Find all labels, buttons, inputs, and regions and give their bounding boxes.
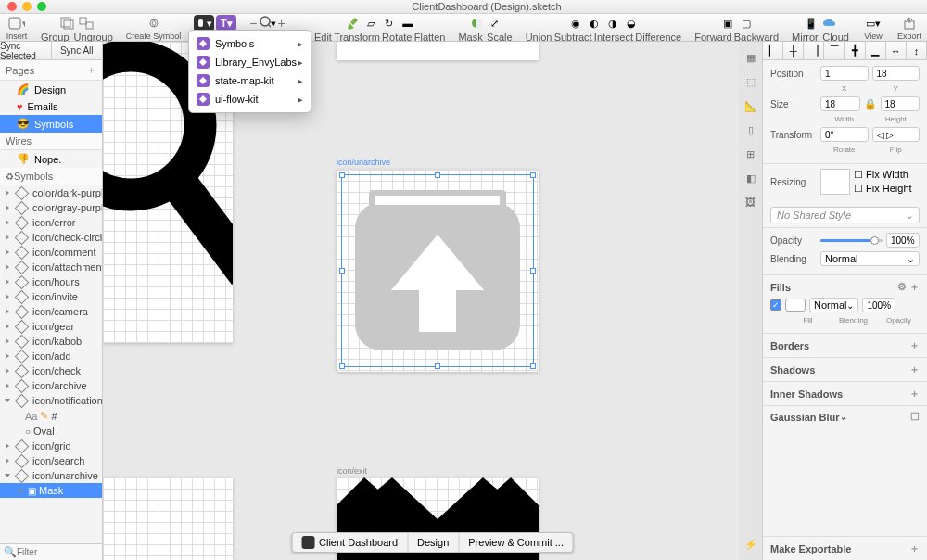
distribute-h[interactable]: ↔ [886,42,907,59]
layer-item[interactable]: icon/check [0,363,102,378]
ungroup-button[interactable] [78,15,95,32]
transform-button[interactable]: ▱ [362,15,379,32]
layer-item[interactable]: icon/unarchive [0,468,102,483]
add-shadow-button[interactable]: ＋ [909,363,920,376]
sync-selected-button[interactable]: Sync Selected [0,42,52,59]
align-hcenter[interactable]: ┼ [783,42,804,59]
pos-x-field[interactable]: 1 [820,66,869,81]
layer-item[interactable]: color/dark-purple [0,185,102,200]
layer-item[interactable]: icon/gear [0,319,102,334]
scale-button[interactable]: ⤢ [487,15,503,32]
zoom-window[interactable] [37,2,46,11]
artboard-label-exit[interactable]: icon/exit [337,466,367,476]
edit-button[interactable] [344,15,361,32]
rotate-field[interactable]: 0° [820,127,869,142]
align-left[interactable]: ▏ [763,42,783,59]
insert-button[interactable]: ▾ [6,15,28,32]
dropdown-item-symbols[interactable]: Symbols▸ [189,34,311,53]
layer-item[interactable]: icon/grid [0,439,102,453]
height-field[interactable]: 18 [881,96,921,111]
union-button[interactable]: ◉ [567,15,584,32]
resize-icon[interactable]: ⊞ [743,146,759,162]
add-export-button[interactable]: ＋ [909,541,920,555]
forward-button[interactable]: ▣ [719,15,736,32]
layer-item[interactable]: icon/camera [0,304,102,319]
artboard-label-unarchive[interactable]: icon/unarchive [337,158,390,167]
lock-aspect-icon[interactable]: 🔒 [864,98,877,110]
sync-all-button[interactable]: Sync All [52,42,104,59]
artboard-partial-bottom[interactable] [103,477,233,560]
group-button[interactable] [59,15,76,32]
fill-color-swatch[interactable] [785,299,806,312]
layer-mask[interactable]: ▣ Mask [0,483,102,498]
layer-child[interactable]: ○ Oval [0,424,102,439]
artboard-partial-top[interactable] [337,42,539,60]
align-right[interactable]: ▕ [804,42,824,59]
backward-button[interactable]: ▢ [738,15,755,32]
zoom-out[interactable]: − [249,16,257,31]
breadcrumb-doc[interactable]: Design [408,533,459,552]
mirror-button[interactable]: 📱 [803,15,819,32]
preview-commit-button[interactable]: Preview & Commit ... [459,533,573,552]
plugins-icon[interactable]: ⚡ [743,536,759,553]
style-icon[interactable]: ◧ [743,170,759,186]
page-nope[interactable]: 👎Nope. [0,150,102,168]
breadcrumb-project[interactable]: Client Dashboard [292,533,408,552]
opacity-slider[interactable] [820,239,883,242]
distribute-v[interactable]: ↕ [907,42,927,59]
opacity-field[interactable]: 100% [886,233,920,248]
difference-button[interactable]: ◒ [623,15,640,32]
dropdown-item-library[interactable]: Library_EnvyLabs▸ [189,53,311,71]
add-page-button[interactable]: ＋ [86,63,96,77]
layer-item[interactable]: icon/archive [0,378,102,393]
minimize-window[interactable] [22,2,32,11]
fill-opacity-field[interactable]: 100% [862,298,895,312]
filter-input[interactable] [17,547,103,557]
fix-height-check[interactable]: ☐ Fix Height [854,183,912,195]
dropdown-item-uiflow[interactable]: ui-flow-kit▸ [189,90,311,108]
page-symbols[interactable]: 😎Symbols [0,115,102,133]
layer-item[interactable]: icon/attachment [0,260,102,274]
export-slice-icon[interactable]: ⬚ [743,73,759,90]
layer-item[interactable]: icon/check-circle [0,230,102,245]
layer-item[interactable]: icon/hours [0,274,102,289]
layer-item[interactable]: icon/search [0,453,102,468]
fill-enabled-check[interactable]: ✓ [770,299,781,311]
fill-blend-select[interactable]: Normal⌄ [809,298,858,312]
zoom-in[interactable]: + [278,16,286,31]
close-window[interactable] [7,2,17,11]
flatten-button[interactable]: ▬ [400,15,416,32]
layer-item[interactable]: icon/error [0,215,102,230]
resizing-preview[interactable] [820,169,850,195]
align-bottom[interactable]: ▁ [866,42,886,59]
view-button[interactable]: ▭▾ [862,15,884,32]
pos-y-field[interactable]: 18 [872,66,921,81]
blending-select[interactable]: Normal⌄ [820,251,920,266]
layer-item[interactable]: icon/comment [0,245,102,260]
layout-align-icon[interactable]: ▦ [743,49,759,66]
layout-grid-icon[interactable]: ▯ [743,121,759,138]
fills-settings-icon[interactable]: ⚙ ＋ [897,280,920,294]
shared-style-select[interactable]: No Shared Style⌄ [770,207,920,223]
layer-child[interactable]: Aa ✎ # [0,408,102,424]
add-border-button[interactable]: ＋ [909,338,920,352]
page-emails[interactable]: ♥Emails [0,98,102,115]
layer-item[interactable]: icon/invite [0,289,102,304]
dropdown-item-statemap[interactable]: state-map-kit▸ [189,71,311,90]
page-design[interactable]: 🌈Design [0,81,102,98]
intersect-button[interactable]: ◑ [604,15,621,32]
align-top[interactable]: ▔ [824,42,844,59]
flip-buttons[interactable]: ◁ ▷ [872,127,921,142]
export-button[interactable] [901,15,918,32]
width-field[interactable]: 18 [820,96,860,111]
subtract-button[interactable]: ◐ [586,15,603,32]
layer-item[interactable]: icon/kabob [0,334,102,349]
layer-item[interactable]: color/gray-purple [0,200,102,215]
canvas[interactable]: icon/unarchive icon/exit Client Dashboar… [103,42,762,560]
ruler-icon[interactable]: 📐 [743,97,759,114]
create-symbol-button[interactable] [146,15,162,32]
image-icon[interactable]: 🖼 [743,194,759,210]
layer-item[interactable]: icon/notification [0,393,102,408]
fix-width-check[interactable]: ☐ Fix Width [854,169,912,181]
cloud-button[interactable] [821,15,838,32]
